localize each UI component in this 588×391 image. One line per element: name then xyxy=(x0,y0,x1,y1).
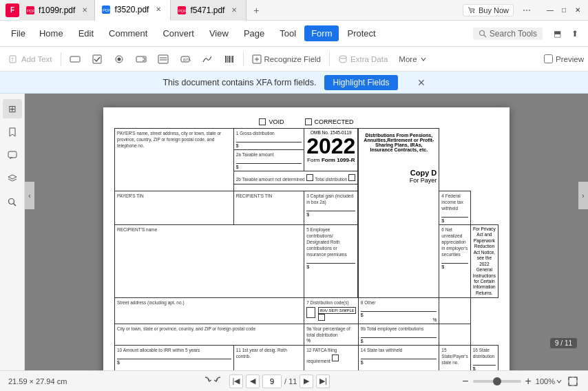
rotate-icon[interactable] xyxy=(199,375,211,388)
tool-icon-7[interactable] xyxy=(197,52,218,67)
menu-comment[interactable]: Comment xyxy=(102,25,154,41)
bookmarks-panel-icon[interactable] xyxy=(3,123,22,142)
search-tools-box[interactable]: Search Tools xyxy=(473,28,543,40)
svg-rect-13 xyxy=(93,55,101,63)
recognize-fields-button[interactable]: Recognize Field xyxy=(247,52,326,66)
buy-now-button[interactable]: Buy Now xyxy=(463,4,514,17)
city-cell: City or town, state or province, country… xyxy=(115,324,304,346)
payer-tin-cell: PAYER'S TIN xyxy=(115,191,234,225)
form-toolbar: T Add Text BTN Recognize Field Extra Dat… xyxy=(0,47,588,72)
page-number-input[interactable] xyxy=(262,374,282,388)
ira-checkbox[interactable] xyxy=(318,314,325,321)
title-menu-btn[interactable]: ⋯ xyxy=(519,3,534,18)
cart-icon xyxy=(468,6,476,14)
menu-file[interactable]: File xyxy=(6,25,31,41)
zoom-controls: − + 100% xyxy=(462,374,580,388)
recipient-tin-cell: RECIPIENT'S TIN xyxy=(233,191,304,225)
tool-icon-8[interactable] xyxy=(219,52,240,67)
notification-close-button[interactable]: ✕ xyxy=(417,77,426,88)
tab-f5471[interactable]: PDF f5471.pdf ✕ xyxy=(171,0,246,21)
zoom-out-button[interactable]: − xyxy=(462,375,468,388)
search-tools-label: Search Tools xyxy=(490,29,537,39)
first-page-button[interactable]: |◀ xyxy=(229,374,243,388)
zoom-percent-display[interactable]: 100% xyxy=(536,377,562,385)
total-dist-checkbox[interactable] xyxy=(348,174,355,181)
settings-btn[interactable]: ⬆ xyxy=(567,26,582,41)
tool-icon-1[interactable] xyxy=(65,52,85,67)
capital-gain-cell: 3 Capital gain (included in box 2a) $ xyxy=(304,191,359,225)
amt-alloc-cell: 10 Amount allocable to IRR within 5 year… xyxy=(115,346,234,370)
signature-icon xyxy=(202,54,213,65)
barcode-icon xyxy=(224,54,235,65)
close-button[interactable]: ✕ xyxy=(573,6,582,15)
tool-icon-5[interactable] xyxy=(153,52,174,67)
collapse-left-button[interactable]: ‹ xyxy=(25,182,34,209)
layers-panel-icon[interactable] xyxy=(3,169,22,189)
preview-checkbox[interactable] xyxy=(544,54,553,63)
maximize-button[interactable]: □ xyxy=(559,6,569,15)
svg-rect-34 xyxy=(569,377,577,385)
prev-page-button[interactable]: ◀ xyxy=(246,374,260,388)
pdf-icon: PDF xyxy=(178,6,186,14)
rotate-ccw-icon[interactable] xyxy=(214,375,227,388)
expand-btn[interactable]: ⬒ xyxy=(549,26,565,41)
menu-edit[interactable]: Edit xyxy=(72,25,101,41)
tab-f1099r[interactable]: PDF f1099r.pdf ✕ xyxy=(19,0,95,21)
search-panel-icon[interactable] xyxy=(3,193,22,212)
zoom-slider[interactable] xyxy=(473,380,521,383)
tool-icon-2[interactable] xyxy=(87,52,107,67)
privacy-cell: For Privacy Act and Paperwork Reduction … xyxy=(470,225,498,298)
menu-protect[interactable]: Protect xyxy=(340,25,382,41)
content-area[interactable]: VOID CORRECTED PAYER'S name, street addr… xyxy=(25,94,588,370)
menu-convert[interactable]: Convert xyxy=(156,25,201,41)
void-checkbox-row: VOID xyxy=(259,118,284,125)
zoom-in-button[interactable]: + xyxy=(525,375,532,388)
fit-page-button[interactable] xyxy=(566,374,580,388)
tab-close-btn[interactable]: ✕ xyxy=(82,6,87,14)
collapse-right-button[interactable]: › xyxy=(578,182,588,209)
next-page-button[interactable]: ▶ xyxy=(300,374,313,388)
comments-panel-icon[interactable] xyxy=(3,146,22,165)
total-emp-cell: 9b Total employee contributions $ xyxy=(358,324,439,346)
add-text-icon: T xyxy=(9,54,19,64)
minimize-button[interactable]: — xyxy=(545,6,555,15)
add-text-button[interactable]: T Add Text xyxy=(4,52,57,66)
tab-label: f3520.pdf xyxy=(114,5,149,14)
svg-point-30 xyxy=(339,56,346,59)
menu-tool[interactable]: Tool xyxy=(273,25,303,41)
right-desc-cell: Distributions From Pensions, Annuities,R… xyxy=(358,129,439,298)
void-checkbox[interactable] xyxy=(259,118,266,125)
dist-code-cell: 7 Distribution code(s) IRA/ SEP/ SIMPLE xyxy=(304,298,359,324)
tab-close-btn[interactable]: ✕ xyxy=(231,6,237,14)
taxable-not-det-checkbox[interactable] xyxy=(306,174,313,181)
menu-page[interactable]: Page xyxy=(237,25,271,41)
pages-panel-icon[interactable]: ⊞ xyxy=(3,99,22,118)
new-tab-button[interactable]: + xyxy=(246,1,266,20)
net-unrealized-cell: 6 Net unrealized appreciation in employe… xyxy=(439,225,470,298)
fatca-checkbox[interactable] xyxy=(332,355,339,361)
menu-form[interactable]: Form xyxy=(304,25,339,41)
last-page-button[interactable]: ▶| xyxy=(316,374,330,388)
corrected-checkbox[interactable] xyxy=(305,118,312,125)
other-cell: 8 Other $ % xyxy=(358,298,439,324)
tool-icon-4[interactable] xyxy=(131,52,151,67)
tab-close-btn[interactable]: ✕ xyxy=(156,6,161,13)
menu-view[interactable]: View xyxy=(202,25,235,41)
textfield-icon xyxy=(70,54,81,65)
street-addr-cell: Street address (including apt. no.) xyxy=(115,298,304,324)
chevron-down-icon xyxy=(556,379,562,384)
highlight-fields-button[interactable]: Highlight Fields xyxy=(324,75,397,90)
menu-home[interactable]: Home xyxy=(32,25,70,41)
more-button[interactable]: More xyxy=(394,53,431,65)
tab-f3520[interactable]: PDF f3520.pdf ✕ xyxy=(95,0,171,21)
page-total-label: / 11 xyxy=(284,377,297,385)
fatca-cell: 12 FATCA filing requirement xyxy=(304,346,359,370)
tool-icon-3[interactable] xyxy=(109,52,129,67)
extra-data-button[interactable]: Extra Data xyxy=(333,52,392,66)
zoom-thumb xyxy=(493,377,501,385)
form-table: PAYER'S name, street address, city or to… xyxy=(114,128,498,370)
tool-icon-6[interactable]: BTN xyxy=(175,52,196,67)
recipient-name-cell: RECIPIENT'S name xyxy=(115,225,304,298)
gross-dist-cell: 1 Gross distribution $ xyxy=(233,129,304,150)
preview-checkbox-label[interactable]: Preview xyxy=(544,54,584,63)
